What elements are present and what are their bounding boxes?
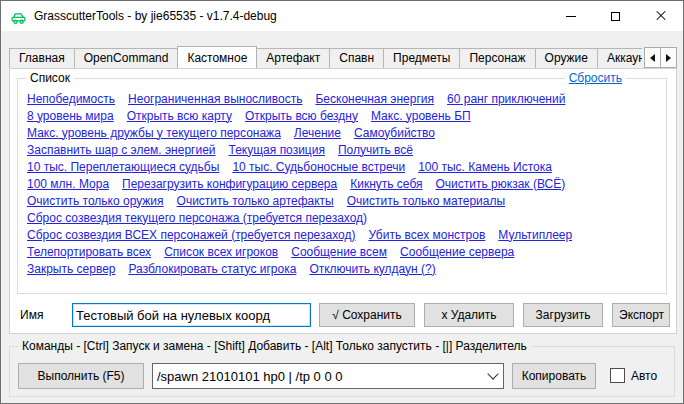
command-link[interactable]: Лечение bbox=[294, 126, 341, 140]
command-combobox[interactable] bbox=[152, 363, 504, 389]
minimize-button[interactable] bbox=[548, 1, 593, 31]
command-link[interactable]: Открыть всю карту bbox=[127, 109, 232, 123]
command-link[interactable]: 100 тыс. Камень Истока bbox=[418, 160, 552, 174]
command-link[interactable]: 100 млн. Мора bbox=[27, 177, 109, 191]
command-link[interactable]: Разблокировать статус игрока bbox=[129, 262, 297, 276]
command-input[interactable] bbox=[153, 364, 483, 388]
command-link[interactable]: 60 ранг приключений bbox=[447, 92, 565, 106]
titlebar: GrasscutterTools - by jie65535 - v1.7.4-… bbox=[1, 1, 683, 31]
name-input[interactable] bbox=[72, 303, 311, 327]
close-icon bbox=[655, 10, 667, 22]
command-link[interactable]: Кикнуть себя bbox=[350, 177, 422, 191]
command-link[interactable]: Список всех игроков bbox=[164, 245, 278, 259]
save-button[interactable]: √ Сохранить bbox=[319, 303, 415, 327]
export-button[interactable]: Экспорт bbox=[612, 303, 670, 327]
command-link[interactable]: Отключить кулдаун (?) bbox=[309, 262, 435, 276]
load-button[interactable]: Загрузить bbox=[523, 303, 603, 327]
command-link[interactable]: Мультиплеер bbox=[498, 228, 572, 242]
command-link[interactable]: Текущая позиция bbox=[229, 143, 325, 157]
tab-6[interactable]: Предметы bbox=[383, 48, 460, 68]
command-link[interactable]: Очистить только оружия bbox=[27, 194, 164, 208]
command-link[interactable]: Сообщение сервера bbox=[400, 245, 514, 259]
tab-bar: ГлавнаяOpenCommandКастомноеАртефактСпавн… bbox=[9, 45, 642, 68]
run-button[interactable]: Выполнить (F5) bbox=[18, 363, 144, 389]
list-groupbox: Список Сбросить НепобедимостьНеограничен… bbox=[17, 78, 667, 294]
list-groupbox-title: Список bbox=[26, 71, 74, 86]
link-row: 100 млн. МораПерезагрузить конфигурацию … bbox=[27, 175, 658, 192]
tab-strip: ГлавнаяOpenCommandКастомноеАртефактСпавн… bbox=[9, 46, 677, 68]
triangle-left-icon bbox=[650, 54, 655, 62]
auto-checkbox-label: Авто bbox=[631, 369, 657, 383]
command-link[interactable]: Сброс созвездия текущего персонажа (треб… bbox=[27, 211, 367, 225]
window-title: GrasscutterTools - by jie65535 - v1.7.4-… bbox=[34, 9, 277, 23]
command-link-list: НепобедимостьНеограниченная выносливость… bbox=[18, 79, 666, 277]
command-link[interactable]: Очистить рюкзак (ВСЁ) bbox=[436, 177, 566, 191]
tab-1[interactable]: Главная bbox=[9, 48, 75, 68]
command-link[interactable]: Макс. уровень дружбы у текущего персонаж… bbox=[27, 126, 281, 140]
tab-4[interactable]: Артефакт bbox=[256, 48, 330, 68]
command-link[interactable]: Перезагрузить конфигурацию сервера bbox=[122, 177, 337, 191]
command-link[interactable]: Очистить только материалы bbox=[347, 194, 505, 208]
tab-8[interactable]: Оружие bbox=[535, 48, 598, 68]
tab-scroll-right-button[interactable] bbox=[660, 47, 677, 68]
command-link[interactable]: Непобедимость bbox=[27, 92, 115, 106]
combobox-dropdown-button[interactable] bbox=[483, 364, 503, 388]
tab-9[interactable]: Аккаунт bbox=[597, 48, 642, 68]
maximize-icon bbox=[611, 12, 620, 21]
tab-scroll-buttons bbox=[644, 47, 677, 68]
link-row: 10 тыс. Переплетающиеся судьбы10 тыс. Су… bbox=[27, 158, 658, 175]
checkbox-unchecked-icon bbox=[610, 368, 625, 383]
reset-link[interactable]: Сбросить bbox=[565, 71, 626, 86]
command-link[interactable]: Открыть всю бездну bbox=[245, 109, 358, 123]
command-link[interactable]: Закрыть сервер bbox=[27, 262, 116, 276]
command-link[interactable]: Получить всё bbox=[338, 143, 413, 157]
commands-groupbox: Команды - [Ctrl] Запуск и замена - [Shif… bbox=[9, 346, 675, 397]
tab-3[interactable]: Кастомное bbox=[177, 46, 257, 68]
maximize-button[interactable] bbox=[593, 1, 638, 31]
app-logo-icon bbox=[10, 8, 27, 25]
app-window: GrasscutterTools - by jie65535 - v1.7.4-… bbox=[0, 0, 684, 404]
tab-2[interactable]: OpenCommand bbox=[74, 48, 179, 68]
triangle-right-icon bbox=[666, 54, 671, 62]
command-link[interactable]: 10 тыс. Переплетающиеся судьбы bbox=[27, 160, 219, 174]
copy-button[interactable]: Копировать bbox=[512, 363, 596, 389]
command-link[interactable]: Убить всех монстров bbox=[368, 228, 485, 242]
chevron-down-icon bbox=[487, 368, 498, 379]
command-link[interactable]: Очистить только артефакты bbox=[177, 194, 334, 208]
tab-7[interactable]: Персонаж bbox=[459, 48, 535, 68]
link-row: Сброс созвездия ВСЕХ персонажей (требует… bbox=[27, 226, 658, 243]
link-row: Очистить только оружияОчистить только ар… bbox=[27, 192, 658, 209]
command-link[interactable]: Макс. уровень БП bbox=[371, 109, 471, 123]
name-buttons: √ Сохранитьx УдалитьЗагрузитьЭкспорт bbox=[319, 303, 670, 327]
command-link[interactable]: 10 тыс. Судьбоносные встречи bbox=[232, 160, 405, 174]
close-button[interactable] bbox=[638, 1, 683, 31]
name-row: Имя √ Сохранитьx УдалитьЗагрузитьЭкспорт bbox=[10, 303, 676, 329]
command-link[interactable]: Неограниченная выносливость bbox=[128, 92, 302, 106]
command-link[interactable]: 8 уровень мира bbox=[27, 109, 114, 123]
link-row: Закрыть серверРазблокировать статус игро… bbox=[27, 260, 658, 277]
delete-button[interactable]: x Удалить bbox=[424, 303, 514, 327]
command-link[interactable]: Бесконечная энергия bbox=[315, 92, 434, 106]
command-link[interactable]: Телепортировать всех bbox=[27, 245, 151, 259]
command-link[interactable]: Заспавнить шар с элем. энергией bbox=[27, 143, 216, 157]
tab-page-custom: Список Сбросить НепобедимостьНеограничен… bbox=[9, 68, 677, 334]
link-row: Сброс созвездия текущего персонажа (треб… bbox=[27, 209, 658, 226]
tab-5[interactable]: Спавн bbox=[329, 48, 384, 68]
name-label: Имя bbox=[20, 308, 43, 322]
command-link[interactable]: Сброс созвездия ВСЕХ персонажей (требует… bbox=[27, 228, 355, 242]
tab-scroll-left-button[interactable] bbox=[644, 47, 661, 68]
command-link[interactable]: Самоубийство bbox=[354, 126, 435, 140]
titlebar-buttons bbox=[548, 1, 683, 31]
link-row: 8 уровень мираОткрыть всю картуОткрыть в… bbox=[27, 107, 658, 124]
commands-groupbox-title: Команды - [Ctrl] Запуск и замена - [Shif… bbox=[18, 339, 531, 354]
command-link[interactable]: Сообщение всем bbox=[291, 245, 387, 259]
minimize-icon bbox=[566, 16, 576, 17]
link-row: Заспавнить шар с элем. энергиейТекущая п… bbox=[27, 141, 658, 158]
link-row: Телепортировать всехСписок всех игроковС… bbox=[27, 243, 658, 260]
link-row: Макс. уровень дружбы у текущего персонаж… bbox=[27, 124, 658, 141]
auto-checkbox[interactable]: Авто bbox=[610, 368, 657, 383]
link-row: НепобедимостьНеограниченная выносливость… bbox=[27, 90, 658, 107]
